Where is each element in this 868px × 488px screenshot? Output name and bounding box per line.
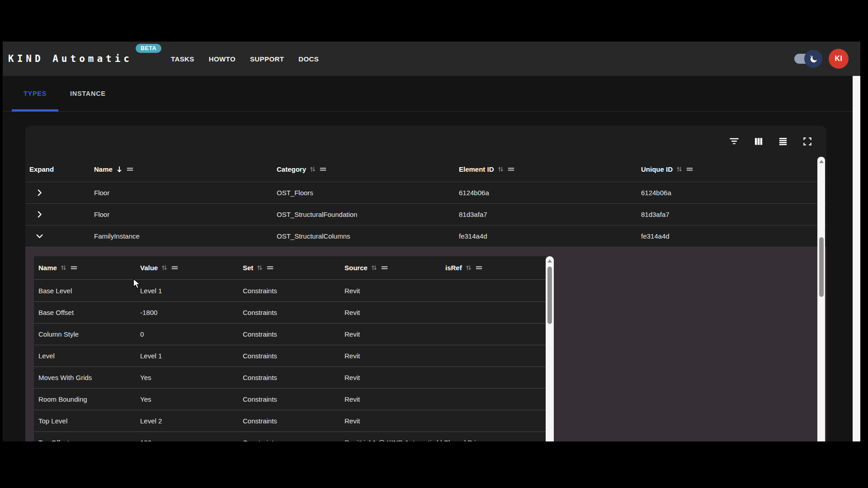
detail-column-header-name[interactable]: Name <box>38 264 140 272</box>
detail-cell-set: Constraints <box>243 330 344 338</box>
detail-cell-set: Constraints <box>243 287 344 295</box>
nav-link-docs[interactable]: DOCS <box>294 52 323 66</box>
sort-updown-icon <box>676 166 683 173</box>
app-title: KIND Automatic <box>8 53 132 64</box>
detail-table-row[interactable]: Top LevelLevel 2ConstraintsRevit <box>34 410 546 432</box>
nav-links: TASKS HOWTO SUPPORT DOCS <box>167 52 323 66</box>
detail-cell-set: Constraints <box>243 439 344 441</box>
column-header-name[interactable]: Name <box>94 165 277 173</box>
nav-link-tasks[interactable]: TASKS <box>167 52 198 66</box>
table-row[interactable]: Floor OST_Floors 6124b06a 6124b06a <box>25 182 826 203</box>
avatar[interactable]: KI <box>829 49 849 69</box>
avatar-initials: KI <box>835 55 843 63</box>
fullscreen-icon <box>802 136 813 147</box>
detail-table-row[interactable]: LevelLevel 1ConstraintsRevit <box>34 345 546 366</box>
columns-button[interactable] <box>752 135 765 148</box>
detail-cell-value: Yes <box>140 374 243 381</box>
sort-desc-icon <box>116 166 123 173</box>
detail-column-header-value[interactable]: Value <box>140 264 243 272</box>
column-header-unique-id[interactable]: Unique ID <box>641 165 826 173</box>
column-header-label: Element ID <box>459 165 494 173</box>
detail-cell-set: Constraints <box>243 374 344 381</box>
sort-updown-icon <box>465 264 472 271</box>
sort-updown-icon <box>60 264 67 271</box>
detail-cell-name: Base Level <box>38 287 140 295</box>
table-row[interactable]: Floor OST_StructuralFoundation 81d3afa7 … <box>25 203 826 225</box>
tab-instance[interactable]: INSTANCE <box>58 76 118 111</box>
detail-table-row[interactable]: Room BoundingYesConstraintsRevit <box>34 388 546 410</box>
table-row[interactable]: FamilyInstance OST_StructuralColumns fe3… <box>25 225 826 247</box>
cell-element-id: 81d3afa7 <box>459 211 641 218</box>
density-button[interactable] <box>777 135 789 148</box>
grid-header-row: ExpandNameCategoryElement IDUnique ID <box>25 157 826 182</box>
detail-cell-set: Constraints <box>243 309 344 316</box>
detail-table-row[interactable]: Base Offset-1800ConstraintsRevit <box>34 301 546 323</box>
detail-column-header-source[interactable]: Source <box>344 264 445 272</box>
cell-unique-id: fe314a4d <box>641 232 826 240</box>
column-header-label: Unique ID <box>641 165 673 173</box>
cell-element-id: 6124b06a <box>459 189 641 197</box>
detail-grid-scrollbar[interactable] <box>546 256 554 441</box>
detail-column-header-set[interactable]: Set <box>243 264 344 272</box>
detail-cell-name: Room Bounding <box>38 395 140 403</box>
dark-mode-toggle[interactable] <box>794 50 822 68</box>
column-menu-icon <box>171 264 179 272</box>
collapse-row-button[interactable] <box>32 229 47 244</box>
column-header-label: Expand <box>29 165 54 173</box>
detail-cell-value: 100 <box>140 439 243 441</box>
filter-icon <box>728 136 740 147</box>
scroll-up-arrow-icon <box>547 259 552 263</box>
tab-types[interactable]: TYPES <box>12 76 58 111</box>
detail-panel-inner: NameValueSetSourceisRef Base LevelLevel … <box>25 247 826 441</box>
column-menu-icon <box>266 264 274 272</box>
column-header-category[interactable]: Category <box>277 165 459 173</box>
cell-unique-id: 6124b06a <box>641 189 826 197</box>
detail-cell-value: Level 2 <box>140 417 243 425</box>
cell-category: OST_StructuralFoundation <box>277 211 459 218</box>
column-menu-icon <box>381 264 388 272</box>
expand-row-button[interactable] <box>32 207 47 222</box>
detail-cell-value: Level 1 <box>140 287 243 295</box>
browser-scrollbar[interactable] <box>853 76 860 441</box>
filter-button[interactable] <box>728 135 741 148</box>
expand-cell <box>29 207 94 222</box>
tabs-bar: TYPES INSTANCE <box>3 76 860 112</box>
navbar: KIND Automatic BETA TASKS HOWTO SUPPORT … <box>3 42 860 76</box>
detail-column-header-isref[interactable]: isRef <box>445 264 546 272</box>
scrollbar-thumb[interactable] <box>547 267 552 324</box>
expand-row-button[interactable] <box>32 186 47 200</box>
column-header-element-id[interactable]: Element ID <box>459 165 641 173</box>
scrollbar-thumb[interactable] <box>819 237 824 297</box>
detail-cell-name: Base Offset <box>38 309 140 316</box>
column-header-label: Name <box>94 165 113 173</box>
columns-icon <box>753 136 764 147</box>
detail-table-row[interactable]: Column Style0ConstraintsRevit <box>34 323 546 345</box>
expand-cell <box>29 186 94 200</box>
detail-cell-name: Level <box>38 352 140 360</box>
nav-link-howto[interactable]: HOWTO <box>205 52 240 66</box>
data-grid: ExpandNameCategoryElement IDUnique ID Fl… <box>25 126 826 441</box>
detail-cell-set: Constraints <box>243 352 344 360</box>
sort-updown-icon <box>161 264 168 271</box>
fullscreen-button[interactable] <box>801 135 814 148</box>
detail-table-row[interactable]: Base LevelLevel 1ConstraintsRevit <box>34 280 546 301</box>
cell-unique-id: 81d3afa7 <box>641 211 826 218</box>
detail-cell-source: Revit <box>344 309 445 316</box>
detail-cell-set: Constraints <box>243 395 344 403</box>
tab-label: INSTANCE <box>70 90 106 97</box>
grid-scrollbar[interactable] <box>817 157 825 441</box>
detail-cell-name: Top Level <box>38 417 140 425</box>
column-menu-icon <box>319 165 327 173</box>
sort-updown-icon <box>371 264 377 271</box>
detail-grid-header-row: NameValueSetSourceisRef <box>34 256 546 280</box>
chevron-down-icon <box>36 232 43 240</box>
nav-link-support[interactable]: SUPPORT <box>246 52 288 66</box>
detail-cell-source: Revit <box>344 330 445 338</box>
beta-badge: BETA <box>136 44 161 53</box>
detail-table-row[interactable]: Top Offset100ConstraintsRevitLink1 @ KIN… <box>34 432 546 441</box>
tab-label: TYPES <box>24 90 47 97</box>
column-header-label: Set <box>243 264 253 272</box>
column-menu-icon <box>475 264 483 272</box>
detail-cell-source: Revit <box>344 417 445 425</box>
detail-table-row[interactable]: Moves With GridsYesConstraintsRevit <box>34 366 546 388</box>
